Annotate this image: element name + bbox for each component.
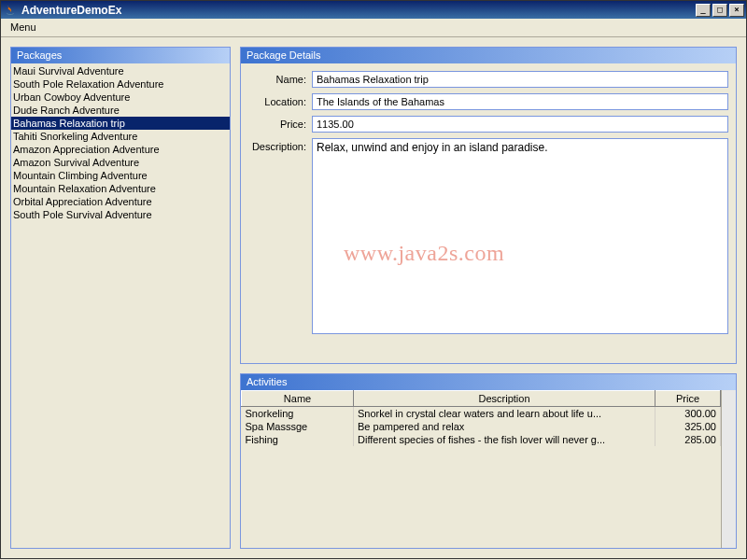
activities-col-price[interactable]: Price [655, 391, 721, 407]
activities-panel: Activities Name Description Price [240, 373, 737, 549]
activities-header-row: Name Description Price [242, 391, 721, 407]
list-item[interactable]: South Pole Relaxation Adventure [11, 77, 230, 91]
list-item[interactable]: Amazon Survival Adventure [11, 156, 230, 169]
package-details-title: Package Details [241, 48, 736, 63]
list-item[interactable]: Mountain Climbing Adventure [11, 169, 230, 182]
list-item[interactable]: Orbital Appreciation Adventure [11, 195, 230, 208]
window-titlebar: AdventureDemoEx _ □ × [0, 0, 747, 19]
java-icon [3, 3, 18, 18]
cell-name[interactable]: Snorkeling [242, 407, 354, 421]
activities-panel-title: Activities [241, 374, 736, 390]
packages-list[interactable]: Maui Survival AdventureSouth Pole Relaxa… [11, 63, 230, 222]
window-title: AdventureDemoEx [21, 4, 694, 17]
list-item[interactable]: Urban Cowboy Adventure [11, 91, 230, 104]
price-label: Price: [248, 116, 312, 130]
maximize-button[interactable]: □ [712, 4, 727, 17]
description-field[interactable] [312, 138, 728, 334]
close-button[interactable]: × [729, 4, 744, 17]
activities-col-name[interactable]: Name [242, 391, 354, 407]
activities-col-description[interactable]: Description [354, 391, 655, 407]
packages-panel-title: Packages [11, 48, 230, 63]
cell-description[interactable]: Snorkel in crystal clear waters and lear… [354, 407, 655, 421]
list-item[interactable]: Bahamas Relaxation trip [11, 117, 230, 130]
package-details-panel: Package Details Name: Location: Price: [240, 47, 737, 364]
location-field[interactable] [312, 93, 728, 110]
table-row[interactable]: SnorkelingSnorkel in crystal clear water… [242, 407, 721, 421]
window-buttons: _ □ × [694, 4, 744, 17]
minimize-button[interactable]: _ [696, 4, 711, 17]
menu-item-menu[interactable]: Menu [5, 21, 42, 34]
table-row[interactable]: FishingDifferent species of fishes - the… [242, 433, 721, 446]
cell-description[interactable]: Be pampered and relax [354, 420, 655, 433]
list-item[interactable]: Mountain Relaxation Adventure [11, 182, 230, 195]
cell-price[interactable]: 285.00 [655, 433, 721, 446]
packages-panel: Packages Maui Survival AdventureSouth Po… [10, 47, 231, 549]
name-label: Name: [248, 71, 312, 85]
location-label: Location: [248, 93, 312, 107]
list-item[interactable]: Tahiti Snorkeling Adventure [11, 130, 230, 143]
cell-price[interactable]: 300.00 [655, 407, 721, 421]
list-item[interactable]: Maui Survival Adventure [11, 64, 230, 77]
cell-description[interactable]: Different species of fishes - the fish l… [354, 433, 655, 446]
cell-price[interactable]: 325.00 [655, 420, 721, 433]
list-item[interactable]: South Pole Survival Adventure [11, 208, 230, 221]
list-item[interactable]: Amazon Appreciation Adventure [11, 143, 230, 156]
menubar: Menu [1, 19, 746, 37]
description-label: Description: [248, 138, 312, 152]
cell-name[interactable]: Spa Masssge [242, 420, 354, 433]
activities-table[interactable]: Name Description Price SnorkelingSnorkel… [241, 390, 721, 446]
price-field[interactable] [312, 116, 728, 133]
name-field[interactable] [312, 71, 728, 88]
cell-name[interactable]: Fishing [242, 433, 354, 446]
list-item[interactable]: Dude Ranch Adventure [11, 104, 230, 117]
table-row[interactable]: Spa MasssgeBe pampered and relax325.00 [242, 420, 721, 433]
activities-scrollbar[interactable] [721, 390, 736, 548]
